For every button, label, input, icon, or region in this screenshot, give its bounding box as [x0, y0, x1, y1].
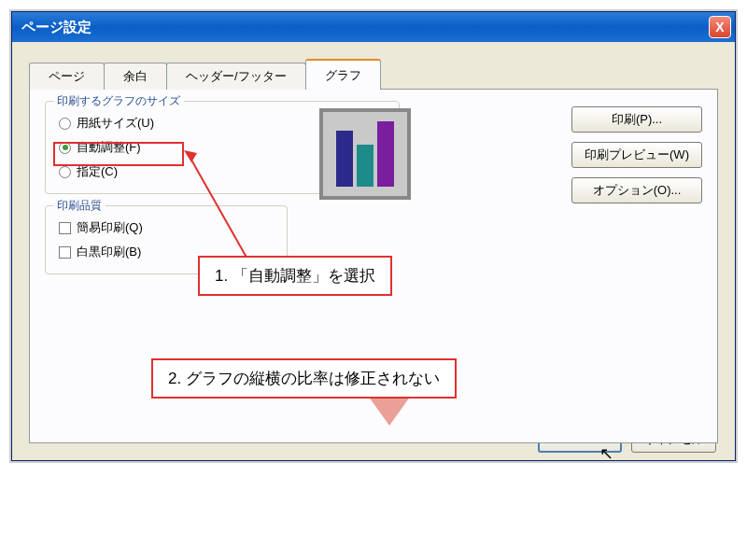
chart-bar-icon — [336, 131, 353, 187]
screenshot-frame: ページ設定 X ページ 余白 ヘッダー/フッター グラフ 印刷するグラフのサイズ… — [9, 9, 738, 463]
radio-paper-size-label: 用紙サイズ(U) — [77, 115, 154, 132]
print-preview-button[interactable]: 印刷プレビュー(W) — [571, 142, 702, 168]
chart-bar-icon — [357, 145, 374, 187]
radio-auto-fit-label: 自動調整(F) — [77, 139, 141, 156]
dialog-body: ページ 余白 ヘッダー/フッター グラフ 印刷するグラフのサイズ 用紙サイズ(U… — [12, 42, 735, 460]
chart-bar-icon — [377, 121, 394, 187]
checkbox-icon — [59, 222, 71, 234]
titlebar: ページ設定 X — [12, 12, 735, 42]
radio-custom-label: 指定(C) — [77, 163, 118, 180]
check-draft-label: 簡易印刷(Q) — [77, 219, 143, 236]
checkbox-icon — [59, 246, 71, 259]
tab-graph[interactable]: グラフ — [305, 59, 381, 90]
group-print-quality-title: 印刷品質 — [53, 198, 106, 214]
print-button[interactable]: 印刷(P)... — [571, 106, 702, 133]
side-button-stack: 印刷(P)... 印刷プレビュー(W) オプション(O)... — [571, 106, 702, 203]
tab-header-footer[interactable]: ヘッダー/フッター — [166, 63, 306, 90]
check-draft[interactable]: 簡易印刷(Q) — [59, 216, 277, 240]
annotation-1: 1. 「自動調整」を選択 — [198, 256, 392, 296]
tab-panel-graph: 印刷するグラフのサイズ 用紙サイズ(U) 自動調整(F) 指定(C) — [29, 89, 718, 443]
page-setup-dialog: ページ設定 X ページ 余白 ヘッダー/フッター グラフ 印刷するグラフのサイズ… — [11, 11, 736, 461]
close-icon: X — [715, 20, 724, 35]
radio-icon — [59, 118, 71, 130]
tabstrip: ページ 余白 ヘッダー/フッター グラフ — [29, 59, 718, 90]
group-chart-size-title: 印刷するグラフのサイズ — [53, 93, 184, 109]
close-button[interactable]: X — [709, 16, 731, 38]
chart-preview — [319, 108, 411, 200]
window-title: ページ設定 — [21, 19, 92, 36]
annotation-2: 2. グラフの縦横の比率は修正されない — [151, 358, 457, 399]
options-button[interactable]: オプション(O)... — [571, 177, 702, 203]
check-bw-label: 白黒印刷(B) — [77, 244, 141, 260]
tab-page[interactable]: ページ — [29, 63, 105, 90]
radio-icon — [59, 166, 71, 178]
radio-icon-checked — [59, 142, 71, 154]
tab-margins[interactable]: 余白 — [104, 63, 167, 90]
